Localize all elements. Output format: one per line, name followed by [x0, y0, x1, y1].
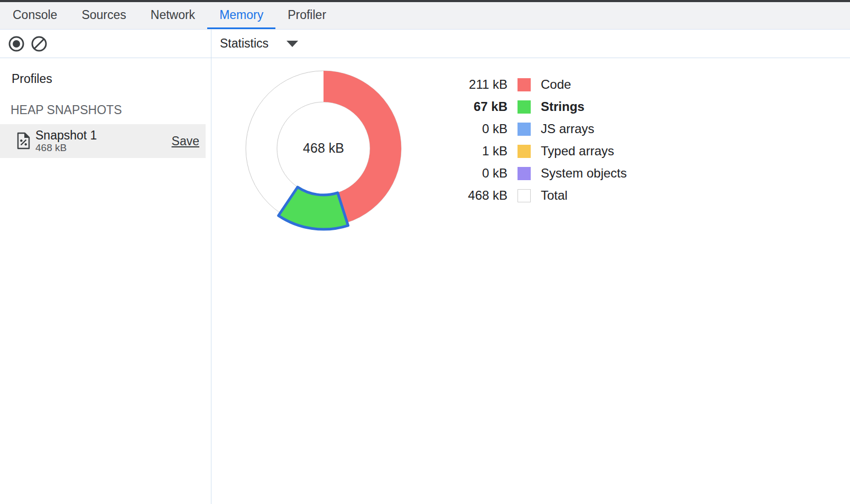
chart-legend: 211 kB Code 67 kB Strings 0 kB JS arrays…: [455, 73, 627, 207]
legend-label: JS arrays: [541, 122, 594, 136]
save-snapshot-link[interactable]: Save: [172, 134, 199, 148]
legend-row-system-objects[interactable]: 0 kB System objects: [455, 162, 627, 184]
legend-label: Strings: [541, 99, 585, 114]
total-swatch-icon: [518, 189, 531, 202]
perspective-selector-area: Statistics: [211, 30, 298, 58]
memory-toolbar: Statistics: [0, 30, 850, 58]
legend-row-strings[interactable]: 67 kB Strings: [455, 96, 627, 118]
tab-label: Sources: [81, 8, 126, 22]
snapshot-name: Snapshot 1: [35, 128, 97, 142]
legend-value: 67 kB: [455, 99, 507, 114]
legend-value: 1 kB: [455, 144, 507, 158]
donut-slice-strings[interactable]: [279, 187, 348, 229]
dropdown-caret-icon: [287, 41, 298, 47]
heap-snapshot-file-icon: [16, 132, 31, 150]
devtools-window: Console Sources Network Memory Profiler: [0, 0, 850, 504]
legend-row-js-arrays[interactable]: 0 kB JS arrays: [455, 118, 627, 140]
tab-label: Network: [151, 8, 195, 22]
legend-label: Code: [541, 77, 571, 92]
tab-memory[interactable]: Memory: [207, 2, 275, 29]
legend-row-typed-arrays[interactable]: 1 kB Typed arrays: [455, 140, 627, 162]
record-heap-snapshot-button[interactable]: [8, 35, 25, 52]
profile-controls: [0, 30, 211, 58]
legend-label: Total: [541, 188, 568, 203]
devtools-tabbar: Console Sources Network Memory Profiler: [0, 2, 850, 30]
legend-row-code[interactable]: 211 kB Code: [455, 73, 627, 96]
legend-value: 0 kB: [455, 122, 507, 136]
js-arrays-swatch-icon: [518, 123, 531, 136]
tab-sources[interactable]: Sources: [69, 2, 138, 29]
legend-label: System objects: [541, 166, 627, 181]
snapshot-list-item[interactable]: Snapshot 1 468 kB Save: [0, 124, 206, 158]
tab-profiler[interactable]: Profiler: [275, 2, 338, 29]
profiles-title: Profiles: [0, 58, 211, 86]
profiles-sidebar: Profiles HEAP SNAPSHOTS Snapshot 1 468 k…: [0, 58, 211, 504]
code-swatch-icon: [518, 78, 531, 91]
typed-arrays-swatch-icon: [518, 145, 531, 158]
snapshot-size: 468 kB: [35, 142, 97, 154]
legend-label: Typed arrays: [541, 144, 614, 158]
heap-snapshots-section-title: HEAP SNAPSHOTS: [0, 103, 211, 117]
memory-panel-body: Profiles HEAP SNAPSHOTS Snapshot 1 468 k…: [0, 58, 850, 504]
perspective-dropdown-value: Statistics: [220, 36, 269, 51]
tab-label: Profiler: [288, 8, 326, 22]
tab-label: Console: [13, 8, 57, 22]
tab-console[interactable]: Console: [1, 2, 69, 29]
tab-label: Memory: [219, 8, 263, 22]
chart-total-label: 468 kB: [239, 141, 408, 156]
perspective-dropdown[interactable]: Statistics: [220, 36, 298, 51]
system-objects-swatch-icon: [518, 167, 531, 180]
clear-profiles-button[interactable]: [31, 35, 48, 52]
legend-value: 468 kB: [455, 188, 507, 203]
strings-swatch-icon: [518, 100, 531, 114]
clear-icon: [31, 35, 48, 52]
legend-value: 0 kB: [455, 166, 507, 181]
legend-row-total[interactable]: 468 kB Total: [455, 184, 627, 207]
legend-value: 211 kB: [455, 77, 507, 92]
statistics-panel: 468 kB 211 kB Code 67 kB Strings 0 kB JS…: [211, 58, 850, 504]
snapshot-texts: Snapshot 1 468 kB: [35, 128, 97, 154]
record-icon: [8, 35, 25, 52]
tab-network[interactable]: Network: [138, 2, 207, 29]
